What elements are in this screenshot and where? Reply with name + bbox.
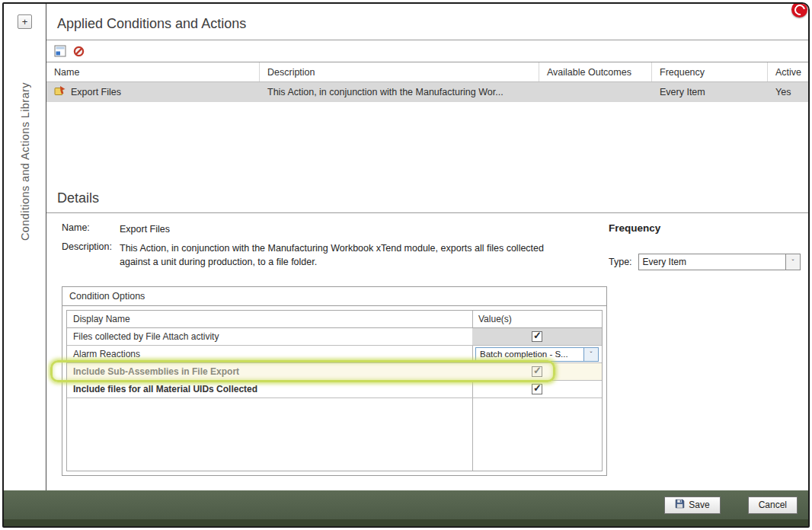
condition-options-title: Condition Options <box>62 287 606 306</box>
column-header-frequency[interactable]: Frequency <box>652 62 768 81</box>
column-header-description[interactable]: Description <box>260 62 539 81</box>
row-available-outcomes <box>539 82 652 102</box>
page-title: Applied Conditions and Actions <box>46 4 808 40</box>
column-header-values: Value(s) <box>472 311 602 327</box>
sidebar: + Conditions and Actions Library <box>4 4 46 490</box>
cancel-button[interactable]: Cancel <box>748 496 798 514</box>
condition-row-alarm-reactions: Alarm Reactions Batch completion - S... … <box>67 346 602 363</box>
cancel-button-label: Cancel <box>759 500 787 510</box>
frequency-type-select[interactable]: Every Item ˇ <box>638 254 801 270</box>
column-header-available-outcomes[interactable]: Available Outcomes <box>539 62 652 81</box>
condition-label: Alarm Reactions <box>67 346 472 362</box>
content-area: + Conditions and Actions Library Applied… <box>4 4 808 490</box>
row-description: This Action, in conjunction with the Man… <box>260 82 539 102</box>
condition-options-header: Display Name Value(s) <box>67 311 602 328</box>
save-button[interactable]: Save <box>664 496 720 514</box>
condition-options-group: Condition Options Display Name Value(s) … <box>62 286 607 476</box>
chevron-down-icon: ˇ <box>785 254 800 270</box>
save-button-label: Save <box>689 500 709 510</box>
row-name: Export Files <box>71 87 121 97</box>
type-label: Type: <box>609 257 632 267</box>
toolbar <box>46 40 808 62</box>
frequency-heading: Frequency <box>609 222 801 234</box>
sidebar-vertical-label[interactable]: Conditions and Actions Library <box>19 37 31 241</box>
footer-strip <box>4 519 808 526</box>
remove-icon[interactable] <box>72 45 85 58</box>
condition-label: Include files for all Material UIDs Coll… <box>67 381 472 398</box>
column-header-active[interactable]: Active <box>768 62 808 81</box>
description-label: Description: <box>62 241 120 269</box>
include-sub-assemblies-checkbox[interactable] <box>532 366 542 377</box>
chevron-down-icon: ˇ <box>583 348 598 361</box>
column-header-display-name: Display Name <box>67 311 472 327</box>
condition-row-include-sub-assemblies: Include Sub-Assemblies in File Export <box>67 363 602 381</box>
frequency-type-value: Every Item <box>639 257 785 267</box>
row-active: Yes <box>768 82 808 102</box>
details-heading: Details <box>46 187 808 213</box>
description-value: This Action, in conjunction with the Man… <box>120 241 565 269</box>
files-collected-checkbox[interactable] <box>532 331 542 342</box>
main-panel: Applied Conditions and Actions <box>46 4 808 490</box>
condition-options-table: Display Name Value(s) Files collected by… <box>66 310 603 471</box>
name-value: Export Files <box>120 222 565 236</box>
condition-label: Include Sub-Assemblies in File Export <box>67 363 472 380</box>
footer-bar: Save Cancel <box>4 490 808 519</box>
details-section: Name: Export Files Description: This Act… <box>46 213 808 274</box>
edit-icon[interactable] <box>53 45 66 58</box>
table-row[interactable]: Export Files This Action, in conjunction… <box>46 82 808 102</box>
expand-library-button[interactable]: + <box>18 14 32 29</box>
column-header-name[interactable]: Name <box>46 62 260 81</box>
dialog-window: + Conditions and Actions Library Applied… <box>2 2 810 528</box>
alarm-reactions-select[interactable]: Batch completion - S... ˇ <box>475 347 599 362</box>
empty-table-space <box>46 102 808 187</box>
condition-label: Files collected by File Attach activity <box>67 328 472 345</box>
applied-table-header: Name Description Available Outcomes Freq… <box>46 62 808 82</box>
include-material-uids-checkbox[interactable] <box>532 384 542 394</box>
name-label: Name: <box>62 222 120 236</box>
export-files-icon <box>54 85 66 99</box>
alarm-reactions-value: Batch completion - S... <box>476 350 583 359</box>
row-frequency: Every Item <box>652 82 768 102</box>
condition-row-include-material-uids: Include files for all Material UIDs Coll… <box>67 381 602 398</box>
corner-badge-icon <box>791 2 807 18</box>
save-icon <box>675 499 685 511</box>
condition-row-files-collected: Files collected by File Attach activity <box>67 328 602 346</box>
